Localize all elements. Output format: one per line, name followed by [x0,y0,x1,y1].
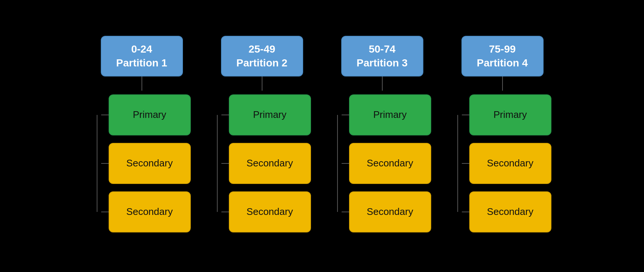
partition-range: 75-99 [489,43,516,55]
node-label: Secondary [367,206,413,218]
branch-container: PrimarySecondarySecondary [213,91,311,236]
node-label: Secondary [246,206,293,218]
node-row: Secondary [342,188,431,236]
partition-range: 50-74 [369,43,396,55]
branch-container: PrimarySecondarySecondary [454,91,551,236]
node-secondary-1: Secondary [349,143,431,184]
node-row: Primary [101,91,191,139]
node-label: Secondary [367,157,413,169]
node-label: Primary [133,109,167,121]
connector-top [141,76,142,91]
vertical-branch-line [93,91,101,236]
nodes-column: PrimarySecondarySecondary [101,91,191,236]
h-connector [342,115,349,115]
node-row: Secondary [462,188,551,236]
node-primary-0: Primary [469,94,551,135]
diagram: 0-24Partition 1PrimarySecondarySecondary… [78,28,566,244]
partition-range: 25-49 [249,43,276,55]
h-connector [101,163,109,164]
node-secondary-2: Secondary [229,191,311,232]
node-primary-0: Primary [229,94,311,135]
partition-group-p1: 0-24Partition 1PrimarySecondarySecondary [93,36,191,236]
h-connector [101,212,109,212]
nodes-column: PrimarySecondarySecondary [342,91,431,236]
partition-box-p2: 25-49Partition 2 [221,36,303,76]
partition-group-p3: 50-74Partition 3PrimarySecondarySecondar… [333,36,431,236]
node-row: Secondary [101,188,191,236]
partition-label: Partition 4 [477,57,528,69]
connector-top [382,76,383,91]
node-row: Secondary [342,139,431,188]
h-connector [221,163,229,164]
node-secondary-2: Secondary [349,191,431,232]
partition-box-p1: 0-24Partition 1 [101,36,183,76]
node-primary-0: Primary [349,94,431,135]
node-label: Secondary [126,206,172,218]
partition-label: Partition 1 [116,57,167,69]
node-row: Secondary [221,139,311,188]
branch-container: PrimarySecondarySecondary [93,91,191,236]
node-label: Secondary [246,157,293,169]
node-row: Primary [342,91,431,139]
branch-container: PrimarySecondarySecondary [333,91,431,236]
partition-group-p2: 25-49Partition 2PrimarySecondarySecondar… [213,36,311,236]
partition-range: 0-24 [131,43,152,55]
node-label: Secondary [126,157,172,169]
node-secondary-1: Secondary [469,143,551,184]
h-connector [101,115,109,115]
node-label: Primary [253,109,287,121]
node-row: Primary [221,91,311,139]
node-row: Secondary [101,139,191,188]
h-connector [342,212,349,212]
node-secondary-2: Secondary [109,191,191,232]
partition-label: Partition 2 [236,57,287,69]
partition-group-p4: 75-99Partition 4PrimarySecondarySecondar… [454,36,551,236]
h-connector [342,163,349,164]
h-connector [221,115,229,115]
node-secondary-2: Secondary [469,191,551,232]
partition-box-p3: 50-74Partition 3 [341,36,423,76]
node-secondary-1: Secondary [109,143,191,184]
partition-label: Partition 3 [357,57,408,69]
node-row: Primary [462,91,551,139]
node-label: Primary [494,109,527,121]
partition-box-p4: 75-99Partition 4 [461,36,544,76]
nodes-column: PrimarySecondarySecondary [462,91,551,236]
node-label: Primary [373,109,407,121]
vertical-branch-line [454,91,462,236]
nodes-column: PrimarySecondarySecondary [221,91,311,236]
vertical-branch-line [333,91,342,236]
node-secondary-1: Secondary [229,143,311,184]
node-label: Secondary [487,157,533,169]
h-connector [462,212,469,212]
h-connector [462,115,469,115]
node-label: Secondary [487,206,533,218]
h-connector [221,212,229,212]
node-row: Secondary [221,188,311,236]
connector-top [262,76,262,91]
h-connector [462,163,469,164]
vertical-branch-line [213,91,221,236]
node-primary-0: Primary [109,94,191,135]
node-row: Secondary [462,139,551,188]
connector-top [502,76,503,91]
